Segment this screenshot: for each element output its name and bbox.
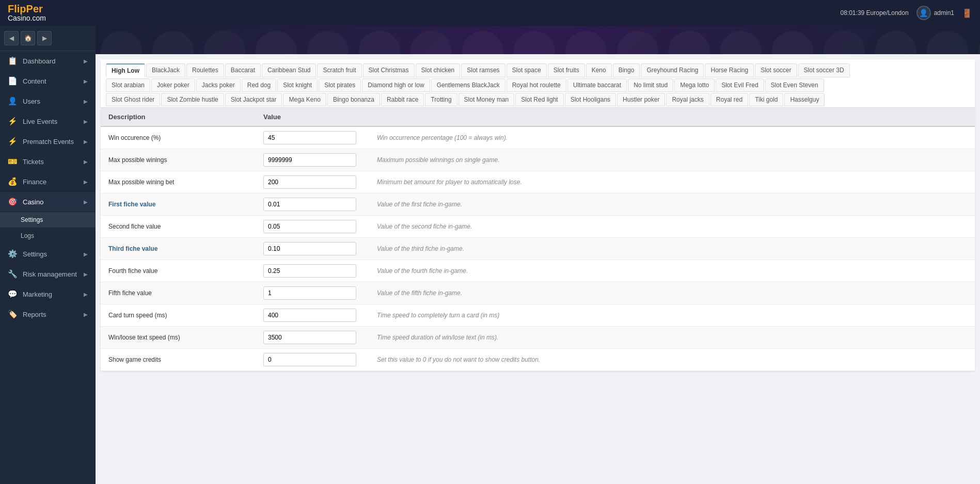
sidebar-label-dashboard: Dashboard [23,57,56,65]
field-input-7[interactable] [263,286,356,300]
sidebar-item-dashboard[interactable]: 📋 Dashboard ▶ [0,51,96,71]
tab-caribbean-stud[interactable]: Caribbean Stud [262,63,316,77]
tab-slot-space[interactable]: Slot space [507,63,547,77]
tab-slot-red-light[interactable]: Slot Red light [515,93,563,106]
topbar-right: 08:01:39 Europe/London 👤 admin1 🚪 [841,6,972,20]
tab-slot-soccer-3d[interactable]: Slot soccer 3D [798,63,850,77]
tab-roulettes[interactable]: Roulettes [186,63,224,77]
topbar: FlipPer Casino.com 08:01:39 Europe/Londo… [0,0,980,26]
tab-slot-hooligans[interactable]: Slot Hooligans [565,93,616,106]
tab-mega-lotto[interactable]: Mega lotto [674,78,715,92]
logo-casino: Casino.com [8,14,46,22]
field-input-1[interactable] [263,153,356,167]
topbar-user[interactable]: 👤 admin1 [916,6,954,20]
table-row: Win occurence (%)Win occurrence percenta… [101,126,975,149]
field-hint-4: Value of the second fiche in-game. [369,216,975,238]
tab-slot-money-man[interactable]: Slot Money man [459,93,515,106]
tab-slot-soccer[interactable]: Slot soccer [755,63,797,77]
sidebar-item-marketing[interactable]: 💬 Marketing ▶ [0,284,96,304]
tab-horse-racing[interactable]: Horse Racing [705,63,754,77]
tab-slot-zombie-hustle[interactable]: Slot Zombie hustle [161,93,224,106]
tab-slot-ghost-rider[interactable]: Slot Ghost rider [106,93,160,106]
tab-blackjack[interactable]: BlackJack [146,63,185,77]
tab-slot-chicken[interactable]: Slot chicken [416,63,461,77]
tab-diamond-high-or-low[interactable]: Diamond high or low [362,78,430,92]
chevron-right-icon-11: ▶ [84,292,88,297]
tab-no-limit-stud[interactable]: No limit stud [628,78,673,92]
sidebar-label-casino: Casino [23,198,43,206]
tab-slot-even-steven[interactable]: Slot Even Steven [765,78,824,92]
field-input-0[interactable] [263,131,356,144]
chevron-right-icon-9: ▶ [84,251,88,257]
sidebar-item-casino[interactable]: 🎯 Casino ▶ [0,192,96,212]
tab-scratch-fruit[interactable]: Scratch fruit [317,63,361,77]
tab-slot-ramses[interactable]: Slot ramses [461,63,505,77]
table-row: Max possible winingsMaximum possible win… [101,149,975,171]
tab-royal-red[interactable]: Royal red [710,93,748,106]
tab-hustler-poker[interactable]: Hustler poker [617,93,665,106]
sidebar-sub-item-settings[interactable]: Settings [0,212,96,228]
tab-royal-hot-roulette[interactable]: Royal hot roulette [507,78,566,92]
chevron-right-icon-2: ▶ [84,78,88,84]
tab-slot-fruits[interactable]: Slot fruits [548,63,585,77]
sidebar-item-reports[interactable]: 🏷️ Reports ▶ [0,304,96,325]
table-row: Max possible wining betMinimum bet amoun… [101,171,975,193]
tab-trotting[interactable]: Trotting [425,93,457,106]
chevron-right-icon-6: ▶ [84,159,88,165]
tab-rabbit-race[interactable]: Rabbit race [381,93,424,106]
field-input-4[interactable] [263,220,356,233]
tab-high-low[interactable]: High Low [106,63,145,77]
tab-bingo[interactable]: Bingo [613,63,640,77]
sidebar-item-users[interactable]: 👤 Users ▶ [0,91,96,111]
topbar-logout-icon[interactable]: 🚪 [962,8,972,18]
tab-slot-christmas[interactable]: Slot Christmas [363,63,415,77]
field-value-cell-9 [256,327,369,349]
field-input-6[interactable] [263,264,356,278]
field-hint-10: Set this value to 0 if you do not want t… [369,349,975,371]
tab-gentlemens-blackjack[interactable]: Gentlemens BlackJack [431,78,505,92]
tab-hasselguy[interactable]: Hasselguy [784,93,825,106]
tab-slot-jackpot-star[interactable]: Slot Jackpot star [225,93,282,106]
tab-slot-pirates[interactable]: Slot pirates [319,78,361,92]
sidebar-item-content[interactable]: 📄 Content ▶ [0,71,96,91]
tab-keno[interactable]: Keno [586,63,612,77]
sidebar-home-button[interactable]: 🏠 [21,31,35,45]
tab-jacks-poker[interactable]: Jacks poker [196,78,241,92]
sidebar-sub-item-logs[interactable]: Logs [0,228,96,244]
user-avatar-icon: 👤 [916,6,931,20]
tab-baccarat[interactable]: Baccarat [225,63,261,77]
field-input-8[interactable] [263,309,356,322]
tab-bingo-bonanza[interactable]: Bingo bonanza [327,93,380,106]
sidebar-label-users: Users [23,98,40,105]
field-label-3: First fiche value [101,193,256,216]
logo: FlipPer Casino.com [8,3,46,22]
content-icon: 📄 [8,76,18,86]
sidebar-toggle-button[interactable]: ◀ [4,31,19,45]
tab-royal-jacks[interactable]: Royal jacks [666,93,709,106]
sidebar-item-settings-main[interactable]: ⚙️ Settings ▶ [0,244,96,264]
chevron-right-icon-3: ▶ [84,99,88,104]
field-input-10[interactable] [263,353,356,366]
tab-slot-knight[interactable]: Slot knight [277,78,318,92]
tab-joker-poker[interactable]: Joker poker [151,78,195,92]
field-input-2[interactable] [263,175,356,189]
sidebar-item-tickets[interactable]: 🎫 Tickets ▶ [0,152,96,172]
tab-slot-arabian[interactable]: Slot arabian [106,78,150,92]
sidebar-item-live-events[interactable]: ⚡ Live Events ▶ [0,111,96,132]
tab-red-dog[interactable]: Red dog [242,78,276,92]
sidebar-item-finance[interactable]: 💰 Finance ▶ [0,172,96,192]
sidebar-item-prematch-events[interactable]: ⚡ Prematch Events ▶ [0,132,96,152]
sidebar-nav-controls: ◀ 🏠 ▶ [0,26,96,51]
sidebar-item-risk-management[interactable]: 🔧 Risk management ▶ [0,264,96,284]
tab-mega-keno[interactable]: Mega Keno [283,93,326,106]
marketing-icon: 💬 [8,289,18,299]
tab-slot-evil-fred[interactable]: Slot Evil Fred [716,78,764,92]
tab-tiki-gold[interactable]: Tiki gold [749,93,783,106]
tab-ultimate-baccarat[interactable]: Ultimate baccarat [567,78,627,92]
sidebar-forward-button[interactable]: ▶ [37,31,52,45]
field-value-cell-6 [256,260,369,282]
field-input-9[interactable] [263,331,356,344]
field-input-3[interactable] [263,198,356,211]
field-input-5[interactable] [263,242,356,255]
tab-greyhound-racing[interactable]: Greyhound Racing [641,63,704,77]
